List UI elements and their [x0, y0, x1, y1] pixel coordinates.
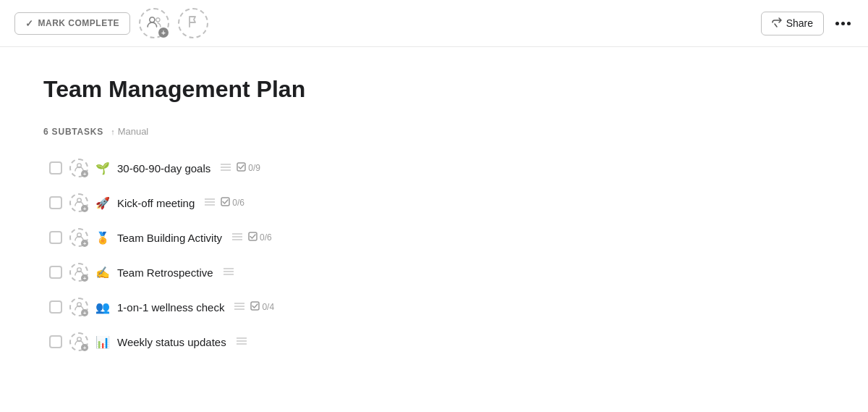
main-content: Team Management Plan 6 SUBTASKS ↑ Manual… — [0, 47, 868, 387]
task-emoji: 🏅 — [95, 231, 110, 245]
toolbar-right: Share — [761, 12, 854, 35]
task-check-count: 0/9 — [237, 162, 260, 174]
svg-point-1 — [156, 17, 160, 21]
task-name: Kick-off meeting — [117, 197, 195, 209]
task-check-count: 0/6 — [221, 197, 244, 209]
avatar-plus-icon: + — [81, 205, 88, 212]
task-lines-icon — [232, 232, 242, 243]
task-emoji: 🚀 — [95, 196, 110, 210]
check-box-icon — [221, 197, 230, 209]
task-lines-icon — [237, 336, 247, 348]
task-emoji: ✍️ — [95, 266, 110, 279]
avatar-plus-icon: + — [81, 170, 88, 177]
flag-icon — [187, 16, 199, 30]
task-row[interactable]: + 🏅Team Building Activity 0/6 — [43, 221, 825, 254]
task-meta — [237, 336, 247, 348]
check-box-icon — [237, 162, 246, 174]
task-row[interactable]: + 👥1-on-1 wellness check 0/4 — [43, 290, 825, 324]
task-row[interactable]: + 🌱30-60-90-day goals 0/9 — [43, 151, 825, 185]
check-count-value: 0/6 — [260, 232, 272, 243]
share-button[interactable]: Share — [761, 12, 824, 35]
more-options-button[interactable] — [833, 19, 854, 28]
flag-button[interactable] — [178, 8, 208, 38]
task-name: 1-on-1 wellness check — [117, 301, 224, 314]
sort-button[interactable]: ↑ Manual — [111, 126, 148, 137]
task-check-count: 0/4 — [250, 301, 274, 313]
task-checkbox[interactable] — [49, 161, 62, 175]
page-title: Team Management Plan — [43, 76, 825, 103]
task-checkbox[interactable] — [49, 196, 62, 209]
task-name: Team Retrospective — [117, 266, 213, 279]
task-meta: 0/6 — [205, 197, 244, 209]
task-lines-icon — [221, 162, 231, 174]
avatar-plus-icon: + — [81, 309, 88, 316]
task-name: Weekly status updates — [117, 336, 226, 348]
toolbar: ✓ MARK COMPLETE + Share — [0, 0, 868, 47]
check-box-icon — [248, 232, 258, 243]
mark-complete-button[interactable]: ✓ MARK COMPLETE — [14, 12, 130, 35]
avatar-plus-icon: + — [81, 344, 88, 351]
task-row[interactable]: + 📊Weekly status updates — [43, 325, 825, 358]
task-list: + 🌱30-60-90-day goals 0/9 + 🚀Kick-off me… — [43, 151, 825, 358]
mark-complete-label: MARK COMPLETE — [38, 18, 120, 28]
subtasks-count: 6 SUBTASKS — [43, 127, 103, 137]
assign-members-button[interactable]: + — [139, 8, 169, 38]
sort-label: Manual — [118, 126, 149, 137]
task-emoji: 👥 — [95, 300, 110, 314]
task-avatar: + — [69, 263, 88, 282]
task-lines-icon — [224, 266, 234, 278]
sort-arrow-icon: ↑ — [111, 127, 115, 136]
share-label: Share — [786, 17, 813, 29]
task-avatar: + — [69, 228, 88, 247]
task-lines-icon — [234, 301, 244, 313]
check-box-icon — [250, 301, 260, 313]
task-emoji: 🌱 — [95, 161, 110, 175]
task-avatar: + — [69, 159, 88, 177]
task-meta — [224, 266, 234, 278]
task-meta: 0/9 — [221, 162, 260, 174]
task-lines-icon — [205, 197, 215, 209]
task-checkbox[interactable] — [49, 266, 62, 279]
share-icon — [772, 17, 782, 30]
task-checkbox[interactable] — [49, 300, 62, 314]
task-avatar: + — [69, 332, 88, 351]
task-avatar: + — [69, 193, 88, 212]
task-row[interactable]: + 🚀Kick-off meeting 0/6 — [43, 186, 825, 219]
checkmark-icon: ✓ — [25, 18, 34, 29]
check-count-value: 0/4 — [262, 302, 274, 312]
task-emoji: 📊 — [95, 335, 110, 349]
check-count-value: 0/9 — [248, 163, 260, 173]
avatar-plus-icon: + — [81, 274, 88, 282]
check-count-value: 0/6 — [232, 198, 244, 208]
task-name: Team Building Activity — [117, 232, 222, 244]
task-meta: 0/4 — [234, 301, 274, 313]
task-name: 30-60-90-day goals — [117, 162, 210, 175]
subtasks-header: 6 SUBTASKS ↑ Manual — [43, 126, 825, 137]
task-avatar: + — [69, 298, 88, 316]
avatar-plus-icon: + — [81, 240, 88, 247]
task-checkbox[interactable] — [49, 335, 62, 348]
task-checkbox[interactable] — [49, 231, 62, 244]
task-meta: 0/6 — [232, 232, 272, 243]
task-check-count: 0/6 — [248, 232, 272, 243]
svg-point-0 — [150, 17, 155, 22]
task-row[interactable]: + ✍️Team Retrospective — [43, 256, 825, 289]
plus-badge: + — [158, 28, 169, 38]
